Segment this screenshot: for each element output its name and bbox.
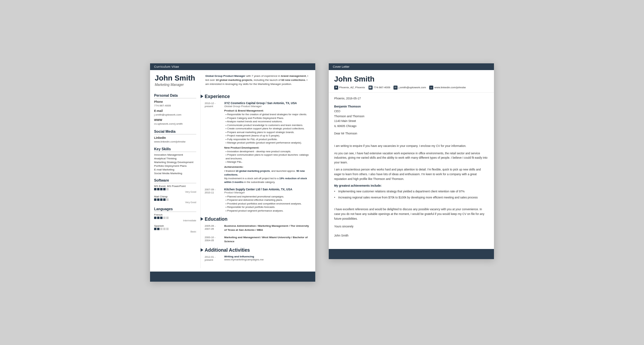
cl-footer — [329, 249, 494, 259]
cv-footer — [150, 272, 315, 282]
exp-achievement-1: I finalized 10 global marketing projects… — [224, 169, 311, 184]
cv-email-value: j.smith@uptowork.com — [154, 113, 196, 117]
cv-skill-3: Marketing Strategy Development — [154, 161, 196, 164]
skill-dot-empty — [166, 217, 169, 219]
cv-header-label: Curriculum Vitae — [150, 63, 315, 70]
cl-recipient-city: IL 60605 Chicago — [334, 124, 356, 128]
cl-date: Phoenix, 2016-05-17 — [334, 97, 489, 100]
exp-company-2: Kitchen Supply Center Ltd / San Antonio,… — [224, 188, 311, 191]
activities-section-header: Additional Activities — [201, 247, 311, 253]
cv-skill-6: Social Media Marketing — [154, 172, 196, 175]
cv-left-column: Personal Data Phone 774-987-4009 E-mail … — [150, 90, 201, 268]
cv-key-skills-heading: Key Skills — [154, 147, 196, 152]
cv-software-2-name: Mail Chimp — [154, 195, 196, 198]
skill-dot — [160, 188, 163, 190]
exp-company-1: XYZ Cosmetics Capital Group / San Antoni… — [224, 101, 311, 105]
edu-content-1: Business Administration / Marketing Mana… — [224, 224, 311, 232]
cl-achievement-2: Increasing regional sales revenue from $… — [334, 195, 489, 200]
cv-www-label: WWW — [154, 118, 196, 122]
cl-phone-text: 774-987-4009 — [374, 86, 390, 89]
cv-lang-2-bar — [154, 228, 196, 230]
cl-salutation: Dear Mr Thomson — [334, 132, 489, 135]
edu-content-2: Marketing and Management / West Miami Un… — [224, 236, 311, 244]
cv-lang-2: Spanish Basic — [154, 224, 196, 233]
skill-dot-empty — [163, 217, 166, 219]
activity-title-1: Writing and Influencing — [224, 255, 311, 258]
cv-skill-1: Innovation Management — [154, 153, 196, 156]
cover-letter-document: Cover Letter John Smith ⚑ Phoenix, AZ, P… — [329, 63, 494, 259]
cv-www-value: cv.uptowork.com/j.smith — [154, 122, 196, 126]
cv-social-media-heading: Social Media — [154, 129, 196, 134]
cv-lang-1: French Intermediate — [154, 213, 196, 222]
cl-closing-paragraph: I have excellent references and would be… — [334, 207, 489, 221]
cv-lang-1-bar — [154, 217, 196, 219]
cv-lang-1-level: Intermediate — [154, 219, 196, 222]
skill-dot — [154, 228, 156, 230]
cv-linkedin-value: www.linkedin.com/johnstw — [154, 140, 196, 144]
exp-content-1: XYZ Cosmetics Capital Group / San Antoni… — [224, 101, 311, 184]
cv-skill-5: E-mail Marketing — [154, 168, 196, 171]
cv-linkedin-label: LinkedIn — [154, 136, 196, 139]
phone-icon: ☎ — [369, 86, 373, 90]
skill-dot — [154, 198, 156, 201]
cl-linkedin: in www.linkedin.com/johnstw — [429, 86, 466, 90]
cl-recipient-address: 1140 Main Street — [334, 119, 356, 123]
cv-phone-value: 774-987-4009 — [154, 104, 196, 107]
activities-arrow-icon — [201, 247, 203, 253]
skill-dot — [160, 198, 163, 201]
skill-dot — [157, 217, 159, 219]
edu-degree-2: Marketing and Management / West Miami Un… — [224, 236, 311, 244]
skill-dot — [157, 228, 159, 230]
cl-signature: John Smith — [334, 233, 489, 238]
cl-paragraph-1: I am writing to enquire if you have any … — [334, 144, 489, 149]
edu-date-1: 2005-09 -2007-05 — [205, 224, 222, 232]
email-icon: ✉ — [393, 86, 398, 90]
cl-body: Phoenix, 2016-05-17 Benjamin Thomson CEO… — [329, 93, 494, 242]
activity-date-1: 2012-01 -present — [205, 255, 222, 261]
cv-lang-2-name: Spanish — [154, 224, 196, 227]
skill-dot — [157, 198, 159, 201]
cv-personal-data-heading: Personal Data — [154, 93, 196, 98]
activity-url-1: www.mymarketingcampaigns.me — [224, 258, 311, 261]
cl-recipient-name: Benjamin Thomson — [334, 105, 361, 108]
cv-software-1-name: MS Excel, MS PowerPoint — [154, 185, 196, 188]
skill-dot-empty — [166, 228, 169, 230]
cv-software-2: Mail Chimp Very Good — [154, 195, 196, 203]
skill-dot-empty — [160, 228, 163, 230]
activities-heading: Additional Activities — [205, 247, 250, 253]
location-icon: ⚑ — [334, 86, 338, 90]
skill-dot — [154, 217, 156, 219]
skill-dot — [157, 188, 159, 190]
exp-subheading-1a: Product & Brand Management: — [224, 109, 311, 112]
edu-entry-1: 2005-09 -2007-05 Business Administration… — [205, 224, 311, 232]
cl-contact-row: ⚑ Phoenix, AZ, Phoenix ☎ 774-987-4009 ✉ … — [334, 86, 489, 90]
documents-container: Curriculum Vitae John Smith Marketing Ma… — [150, 63, 494, 282]
exp-role-1: Global Group Product Manager — [224, 105, 311, 108]
exp-date-2: 2007-09 -2010-11 — [205, 188, 222, 213]
cv-languages-heading: Languages — [154, 207, 196, 212]
education-arrow-icon — [201, 216, 203, 222]
cl-location: ⚑ Phoenix, AZ, Phoenix — [334, 86, 365, 90]
edu-degree-1: Business Administration / Marketing Mana… — [224, 224, 311, 232]
cl-linkedin-text: www.linkedin.com/johnstw — [434, 86, 466, 89]
cl-location-text: Phoenix, AZ, Phoenix — [339, 86, 365, 89]
edu-date-2: 2000-10 -2004-05 — [205, 236, 222, 244]
experience-arrow-icon — [201, 93, 203, 99]
exp-bullets-1b: • Innovation development - develop new p… — [224, 150, 311, 164]
skill-dot — [163, 188, 166, 190]
cl-header-label: Cover Letter — [329, 63, 494, 70]
skill-dot-empty — [166, 188, 169, 190]
cv-document: Curriculum Vitae John Smith Marketing Ma… — [150, 63, 315, 282]
skill-dot — [163, 198, 166, 201]
activity-content-1: Writing and Influencing www.mymarketingc… — [224, 255, 311, 261]
cl-closing-text: Yours sincerely — [334, 224, 489, 229]
cv-lang-1-name: French — [154, 213, 196, 216]
cv-right-column: Experience 2010-12 -present XYZ Cosmetic… — [201, 90, 315, 268]
exp-bullets-2: • Planned and implemented promotional ca… — [224, 195, 311, 213]
cv-email-label: E-mail — [154, 109, 196, 113]
education-section-header: Education — [201, 216, 311, 222]
linkedin-icon: in — [429, 86, 433, 90]
cv-software-2-level: Very Good — [154, 201, 196, 203]
education-heading: Education — [205, 216, 228, 222]
cl-achievements-heading: My greatest achievements include: — [334, 184, 489, 187]
